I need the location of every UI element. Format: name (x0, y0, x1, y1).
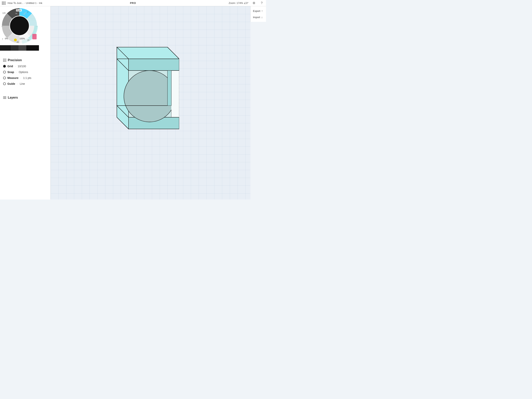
zoom-value: 174% (237, 1, 243, 5)
topbar: How To Just... › Untitled 1 › Ink PRO Zo… (0, 0, 266, 6)
guide-value: Line (20, 82, 25, 85)
app-menu-icon[interactable] (2, 1, 6, 5)
pro-badge: PRO (130, 1, 136, 5)
precision-title: Precision (8, 58, 22, 62)
measure-label: Measure (7, 76, 19, 79)
layers-icon (3, 97, 6, 99)
num-1: 1 (27, 11, 28, 13)
layers-header: Layers (3, 96, 48, 99)
grid-value: 10/100 (18, 65, 26, 68)
tool-overlay: 1 pts 0% 100% 120 2 1 40 20 7 ← → ✒ 🖊 (0, 6, 39, 51)
snap-options[interactable]: Options (19, 71, 28, 74)
breadcrumb-item-2[interactable]: Untitled 1 (26, 1, 37, 5)
num-7: 7 (2, 38, 3, 40)
color-swatches (0, 45, 39, 51)
layers-section: Layers (0, 96, 51, 99)
grid-row: Grid · 10/100 (3, 65, 48, 68)
help-button[interactable]: ? (259, 1, 264, 6)
swatch-1[interactable] (0, 45, 11, 51)
grid-label: Grid (7, 65, 13, 68)
guide-row: Guide · Line (3, 82, 48, 85)
grid-radio[interactable] (3, 65, 6, 68)
brush-icon: ✒ (15, 12, 18, 15)
measure-value: 1:1 pts (23, 76, 31, 79)
breadcrumb-sep-2: › (37, 1, 38, 5)
precision-icon (3, 59, 6, 62)
num-2: 2 (17, 9, 18, 11)
export-button[interactable]: Export ↑ (253, 9, 264, 13)
svg-point-2 (10, 16, 29, 35)
export-icon: ↑ (261, 9, 263, 13)
import-label: Import (253, 16, 260, 19)
snap-label: Snap (7, 71, 14, 74)
measure-radio[interactable] (3, 77, 6, 79)
precision-header: Precision (3, 58, 48, 62)
guide-radio[interactable] (3, 82, 6, 85)
import-icon: ↓ (261, 16, 263, 19)
zoom-info: Zoom: 174% ∠0° (229, 1, 248, 5)
svg-marker-44 (171, 71, 179, 117)
cad-drawing: .cad-fill { fill: #b2ecec; } .cad-fill-d… (78, 41, 179, 143)
num-40: 40 (17, 41, 19, 43)
cad-svg: .cad-fill { fill: #b2ecec; } .cad-fill-d… (78, 41, 179, 143)
arrow-left-icon: ← (1, 25, 4, 28)
angle-value: ∠0° (244, 1, 248, 5)
swatch-4[interactable] (26, 45, 39, 51)
color-swatch-pink (32, 34, 37, 39)
layers-title: Layers (8, 96, 18, 99)
percent-0: 0% (5, 37, 8, 40)
breadcrumb: How To Just... › Untitled 1 › Ink (8, 1, 42, 5)
breadcrumb-item-3[interactable]: Ink (39, 1, 42, 5)
breadcrumb-sep-1: › (24, 1, 25, 5)
settings-button[interactable]: ⚙ (252, 1, 256, 6)
import-button[interactable]: Import ↓ (253, 15, 264, 19)
measure-row: Measure · 1:1 pts (3, 76, 48, 79)
export-label: Export (253, 10, 260, 13)
percent-100: 100% (19, 37, 25, 40)
swatch-3[interactable] (19, 45, 26, 51)
right-panel: Export ↑ Import ↓ (250, 6, 266, 22)
color-wheel[interactable]: 1 pts 0% 100% 120 2 1 40 20 7 ← → ✒ 🖊 (0, 6, 39, 45)
pen-icon: 🖊 (23, 12, 26, 15)
svg-marker-48 (167, 71, 171, 106)
snap-row: Snap · Options (3, 71, 48, 74)
snap-radio[interactable] (3, 71, 6, 73)
arrow-right-icon: → (35, 25, 38, 28)
guide-label: Guide (7, 82, 15, 85)
canvas[interactable]: .cad-fill { fill: #b2ecec; } .cad-fill-d… (51, 6, 250, 200)
color-dot-yellow (14, 39, 17, 41)
breadcrumb-item-1[interactable]: How To Just... (8, 1, 23, 5)
num-120: 120 (2, 12, 6, 14)
svg-marker-36 (128, 59, 179, 71)
num-20: 20 (27, 39, 29, 41)
right-controls: Zoom: 174% ∠0° ⚙ ? (229, 1, 264, 6)
swatch-2[interactable] (11, 45, 19, 51)
precision-panel: Precision Grid · 10/100 Snap · Options M… (0, 58, 51, 88)
